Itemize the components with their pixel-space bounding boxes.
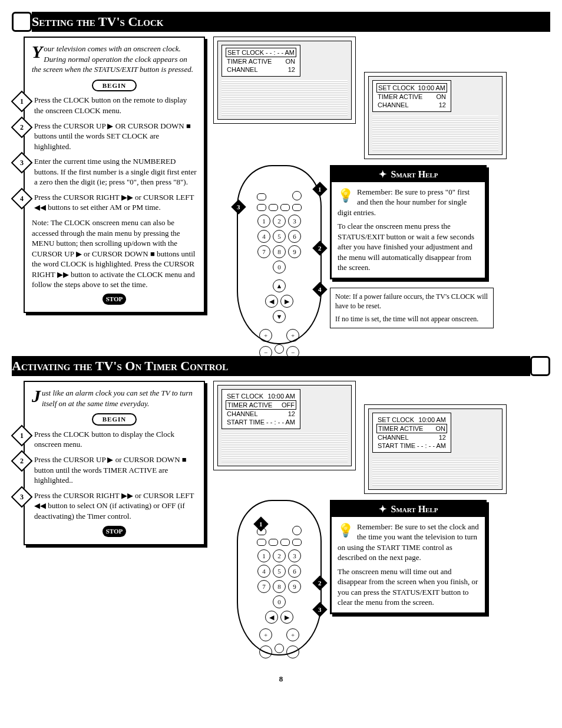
bulb-icon: 💡 xyxy=(338,522,353,539)
static-pattern xyxy=(222,80,348,116)
bulb-icon: 💡 xyxy=(338,187,353,205)
menu-label: SET CLOCK xyxy=(378,84,415,91)
section-checkbox xyxy=(12,12,32,32)
begin-pill: BEGIN xyxy=(92,80,137,92)
dropcap: J xyxy=(32,388,42,404)
menu-label: SET CLOCK xyxy=(227,393,263,400)
smart-help-p2: The onscreen menu will time out and disa… xyxy=(338,566,479,608)
static-pattern xyxy=(222,433,348,462)
menu-label: TIMER ACTIVE xyxy=(227,401,272,409)
begin-pill: BEGIN xyxy=(92,413,137,426)
menu-value: ON xyxy=(436,425,446,432)
tv-screen-before: SET CLOCK- - : - - AM TIMER ACTIVEON CHA… xyxy=(213,37,356,124)
menu-value: 10:00 AM xyxy=(418,84,445,91)
note-p2: If no time is set, the time will not app… xyxy=(335,314,488,324)
page-number: 8 xyxy=(12,674,550,684)
smart-help-title: Smart Help xyxy=(391,169,438,179)
menu-value: - - : - - AM xyxy=(417,442,446,449)
menu-label: TIMER ACTIVE xyxy=(378,425,423,432)
menu-value: 12 xyxy=(439,101,446,108)
step2: Press the CURSOR UP ▶ OR CURSOR DOWN ■ b… xyxy=(34,121,191,151)
step1: Press the CLOCK button to display the Cl… xyxy=(34,430,174,449)
tv-screen-after: SET CLOCK10:00 AM TIMER ACTIVEON CHANNEL… xyxy=(364,72,507,159)
smart-help-p1: Remember: Be sure to set the clock and t… xyxy=(338,522,479,563)
menu-value: 12 xyxy=(288,410,295,417)
step3: Press the CURSOR RIGHT ▶▶ or CURSOR LEFT… xyxy=(34,491,194,521)
menu-label: CHANNEL xyxy=(378,101,409,108)
menu-value: - - : - - AM xyxy=(266,419,295,426)
tv-screen-after: SET CLOCK10:00 AM TIMER ACTIVEON CHANNEL… xyxy=(364,404,507,494)
static-pattern xyxy=(372,456,498,486)
stop-badge: STOP xyxy=(103,294,126,305)
menu-value: - - : - - AM xyxy=(266,49,295,56)
menu-value: 12 xyxy=(439,434,446,441)
menu-value: ON xyxy=(437,93,447,100)
note-text: Note: The CLOCK onscreen menu can also b… xyxy=(32,218,197,290)
step3: Enter the current time using the NUMBERE… xyxy=(34,157,196,186)
intro-text: ust like an alarm clock you can set the … xyxy=(42,388,193,408)
menu-value: 10:00 AM xyxy=(419,416,446,423)
menu-value: OFF xyxy=(282,401,295,409)
remote-control: 123 456 789 0 ◀▶ ++ −− 1 2 3 xyxy=(237,500,322,655)
menu-label: CHANNEL xyxy=(378,434,409,441)
note-p1: Note: If a power failure occurs, the TV'… xyxy=(335,292,488,311)
smart-help-p1: Remember: Be sure to press "0" first and… xyxy=(338,187,479,218)
menu-label: CHANNEL xyxy=(227,66,258,73)
remote-control: 123 456 789 0 ▲ ◀▶ ▼ ++ −− 1 3 2 4 xyxy=(237,165,322,344)
stop-badge: STOP xyxy=(103,526,126,537)
menu-value: 10:00 AM xyxy=(268,393,295,400)
step1: Press the CLOCK button on the remote to … xyxy=(34,95,187,115)
dropcap: Y xyxy=(32,44,44,60)
smart-help-p2: To clear the onscreen menu press the STA… xyxy=(338,221,479,273)
note-box: Note: If a power failure occurs, the TV'… xyxy=(330,288,494,328)
menu-label: SET CLOCK xyxy=(378,416,414,423)
section2-instructions: J ust like an alarm clock you can set th… xyxy=(24,381,205,545)
menu-label: SET CLOCK xyxy=(227,49,264,56)
menu-label: START TIME xyxy=(378,442,415,449)
menu-value: 12 xyxy=(288,66,295,73)
section1-instructions: Y our television comes with an onscreen … xyxy=(24,37,205,313)
smart-help-box: ✦ Smart Help 💡 Remember: Be sure to set … xyxy=(330,500,487,614)
tv-screen-before: SET CLOCK10:00 AM TIMER ACTIVEOFF CHANNE… xyxy=(213,381,356,470)
section-checkbox xyxy=(530,356,550,376)
smart-help-title: Smart Help xyxy=(391,504,438,514)
menu-label: START TIME xyxy=(227,419,265,426)
menu-value: ON xyxy=(286,58,296,65)
smart-help-box: ✦ Smart Help 💡 Remember: Be sure to pres… xyxy=(330,165,487,279)
menu-label: TIMER ACTIVE xyxy=(227,58,272,65)
intro-text: our television comes with an onscreen cl… xyxy=(32,44,193,74)
static-pattern xyxy=(372,116,498,151)
menu-label: CHANNEL xyxy=(227,410,258,417)
step4: Press the CURSOR RIGHT ▶▶ or CURSOR LEFT… xyxy=(34,193,194,212)
step2: Press the CURSOR UP ▶ or CURSOR DOWN ■ b… xyxy=(34,455,187,485)
menu-label: TIMER ACTIVE xyxy=(378,93,422,100)
section1-title: Setting the TV's Clock xyxy=(32,12,550,32)
